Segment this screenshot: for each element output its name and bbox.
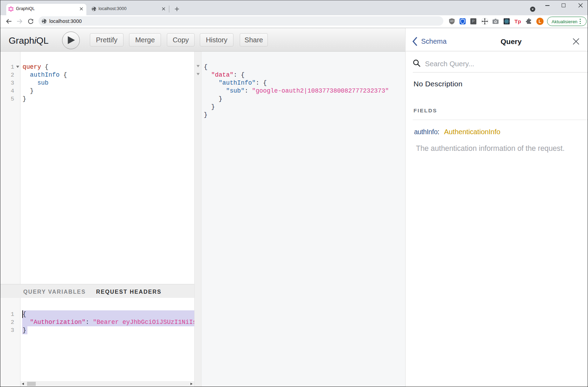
svg-text:P: P — [472, 19, 475, 23]
svg-text:UO: UO — [450, 20, 454, 22]
